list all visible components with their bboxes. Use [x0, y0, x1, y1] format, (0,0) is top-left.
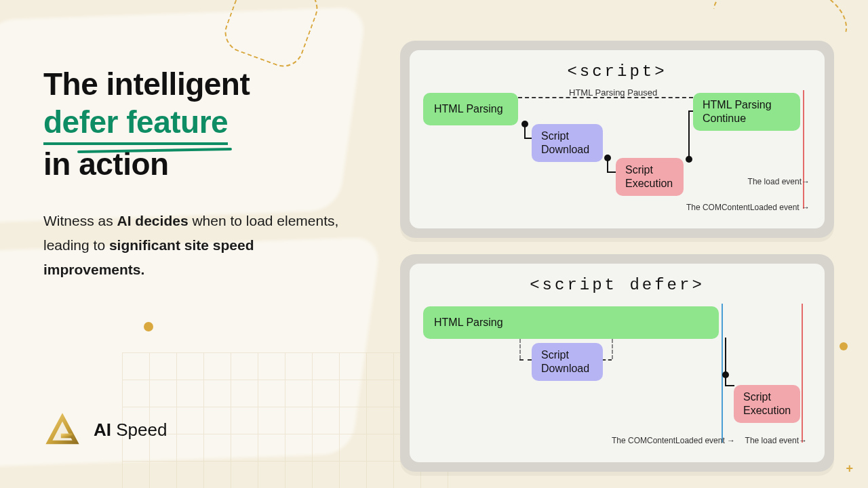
subhead: Witness as AI decides when to load eleme… [43, 209, 342, 281]
product-logo: AI Speed [43, 411, 167, 449]
connector-line [688, 110, 690, 159]
timeline-script-defer: HTML Parsing Script Download Script Exec… [423, 304, 811, 453]
load-event-line [802, 304, 803, 443]
block-html-parsing: HTML Parsing [423, 93, 518, 125]
subhead-part: Witness as [43, 213, 117, 228]
caption-domcontentloaded: The COMContentLoaded event → [612, 436, 735, 445]
block-html-continue: HTML Parsing Continue [693, 93, 800, 131]
timeline-script: HTML Parsing HTML Parsing Paused Script … [423, 90, 811, 219]
plus-icon: + [846, 462, 853, 476]
connector-line [524, 124, 526, 138]
caption-load-event: The load event→ [748, 177, 810, 186]
logo-text-bold: AI [94, 420, 111, 440]
dash-line [519, 339, 521, 359]
block-script-download: Script Download [532, 343, 603, 381]
svg-rect-2 [61, 434, 73, 439]
dash-line [602, 359, 612, 361]
diagram-stack: <script> HTML Parsing HTML Parsing Pause… [400, 41, 834, 472]
diagram-card-inner: <script> HTML Parsing HTML Parsing Pause… [410, 50, 825, 228]
diagram-card-inner: <script defer> HTML Parsing Script Downl… [410, 264, 825, 462]
hero-copy: The intelligent defer feature in action … [43, 65, 369, 281]
connector-dot [722, 371, 729, 378]
gold-dot-icon [840, 342, 848, 350]
block-html-parsing: HTML Parsing [423, 306, 719, 339]
caption-load-event: The load event→ [745, 436, 807, 445]
caption-domcontentloaded: The COMContentLoaded event → [686, 203, 810, 212]
subhead-bold: AI decides [117, 213, 189, 228]
diagram-title: <script defer> [423, 276, 811, 294]
load-event-line [803, 90, 804, 209]
block-script-execution: Script Execution [616, 158, 684, 196]
headline-highlight: defer feature [43, 103, 228, 145]
headline: The intelligent defer feature in action [43, 65, 369, 183]
block-script-execution: Script Execution [734, 385, 800, 423]
diagram-title: <script> [423, 62, 811, 81]
gold-dot-icon [144, 322, 153, 331]
connector-line [607, 171, 616, 173]
dash-line [612, 339, 613, 359]
headline-line-1: The intelligent [43, 66, 250, 102]
diagram-card-script-defer: <script defer> HTML Parsing Script Downl… [400, 254, 834, 472]
connector-line [725, 385, 734, 386]
logo-text-rest: Speed [111, 420, 167, 440]
diagram-card-script: <script> HTML Parsing HTML Parsing Pause… [400, 41, 834, 238]
connector-line [607, 158, 608, 171]
paused-note: HTML Parsing Paused [569, 87, 657, 98]
logo-mark-icon [43, 411, 81, 449]
logo-text: AI Speed [94, 420, 167, 441]
block-script-download: Script Download [532, 124, 603, 162]
dash-line [519, 359, 532, 361]
